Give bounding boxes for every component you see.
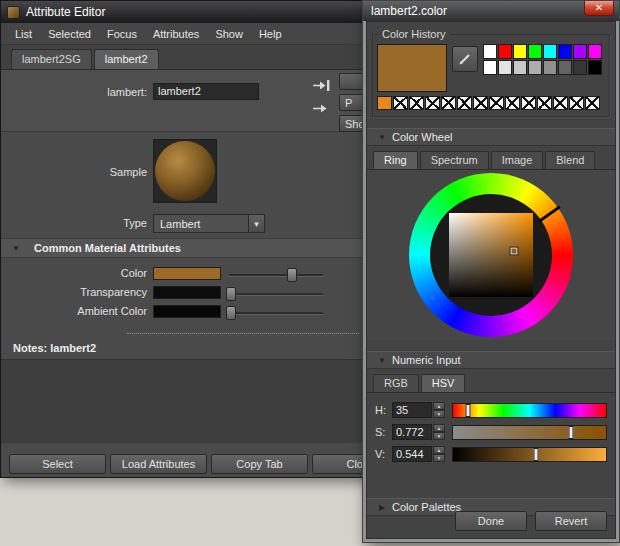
spinner-up-icon[interactable]: ▲	[433, 446, 445, 454]
value-gradient-bar[interactable]	[452, 447, 607, 462]
color-editor-titlebar[interactable]: lambert2.color	[363, 1, 619, 21]
color-swatch[interactable]	[153, 267, 221, 280]
material-type-dropdown[interactable]: Lambert ▾	[153, 214, 265, 233]
empty-color-slot[interactable]	[393, 96, 408, 110]
sample-label: Sample	[1, 166, 147, 178]
color-swatch[interactable]	[528, 44, 542, 59]
color-swatch[interactable]	[573, 60, 587, 75]
color-swatch[interactable]	[513, 60, 527, 75]
tab-hsv[interactable]: HSV	[421, 374, 466, 392]
close-icon[interactable]: ✕	[584, 1, 614, 16]
val-bar-marker[interactable]	[534, 448, 539, 461]
saturation-gradient-bar[interactable]	[452, 425, 607, 440]
color-swatch[interactable]	[558, 60, 572, 75]
empty-color-slot[interactable]	[569, 96, 584, 110]
select-button[interactable]: Select	[9, 454, 106, 474]
notes-textarea[interactable]	[1, 359, 367, 443]
spinner-up-icon[interactable]: ▲	[433, 424, 445, 432]
tab-lambert2sg[interactable]: lambert2SG	[11, 49, 92, 69]
menu-item-attributes[interactable]: Attributes	[145, 25, 207, 43]
color-swatch[interactable]	[513, 44, 527, 59]
hue-gradient-bar[interactable]	[452, 403, 607, 418]
tab-rgb[interactable]: RGB	[373, 374, 419, 392]
lambert-name-input[interactable]: lambert2	[153, 83, 259, 100]
hue-input[interactable]: 35	[392, 402, 432, 418]
load-attributes-button[interactable]: Load Attributes	[110, 454, 207, 474]
saturation-input[interactable]: 0.772	[392, 424, 432, 440]
eyedropper-button[interactable]	[452, 46, 478, 72]
empty-color-slot[interactable]	[537, 96, 552, 110]
transparency-label: Transparency	[1, 286, 147, 298]
section-expanded-icon[interactable]: ▼	[372, 133, 392, 142]
menu-item-list[interactable]: List	[7, 25, 40, 43]
color-slider[interactable]	[229, 274, 323, 277]
spinner-down-icon[interactable]: ▼	[433, 410, 445, 418]
hue-ring-marker[interactable]	[538, 206, 560, 223]
tab-blend[interactable]: Blend	[545, 151, 595, 169]
value-input[interactable]: 0.544	[392, 446, 432, 462]
common-material-section-header[interactable]: ▼ Common Material Attributes	[1, 238, 367, 258]
empty-color-slot[interactable]	[441, 96, 456, 110]
value-spinner: ▲ ▼	[433, 446, 445, 462]
current-color-swatch[interactable]	[377, 44, 447, 92]
menu-item-help[interactable]: Help	[251, 25, 290, 43]
section-expanded-icon[interactable]: ▼	[6, 244, 26, 253]
color-swatch[interactable]	[498, 44, 512, 59]
hue-ring[interactable]	[409, 173, 573, 337]
color-swatch[interactable]	[573, 44, 587, 59]
empty-color-slot[interactable]	[457, 96, 472, 110]
ambient-color-slider-handle[interactable]	[226, 306, 236, 320]
ambient-color-slider[interactable]	[229, 312, 323, 315]
spinner-up-icon[interactable]: ▲	[433, 402, 445, 410]
transparency-slider[interactable]	[229, 293, 323, 296]
transparency-swatch[interactable]	[153, 286, 221, 299]
tab-lambert2[interactable]: lambert2	[94, 49, 159, 69]
close-button[interactable]: Close	[312, 454, 368, 474]
empty-color-slot[interactable]	[489, 96, 504, 110]
color-history-label: Color History	[378, 28, 450, 40]
color-swatch[interactable]	[588, 44, 602, 59]
spinner-down-icon[interactable]: ▼	[433, 454, 445, 462]
revert-button[interactable]: Revert	[535, 511, 607, 531]
expand-arrow-icon[interactable]	[311, 101, 331, 116]
color-swatch[interactable]	[377, 96, 392, 110]
color-wheel-section-header[interactable]: ▼ Color Wheel	[367, 128, 615, 146]
chevron-down-icon[interactable]: ▾	[248, 215, 264, 232]
spinner-down-icon[interactable]: ▼	[433, 432, 445, 440]
sat-bar-marker[interactable]	[569, 426, 574, 439]
empty-color-slot[interactable]	[409, 96, 424, 110]
section-expanded-icon[interactable]: ▼	[372, 356, 392, 365]
done-button[interactable]: Done	[455, 511, 527, 531]
sv-marker[interactable]	[510, 248, 517, 255]
empty-color-slot[interactable]	[553, 96, 568, 110]
color-swatch[interactable]	[558, 44, 572, 59]
menu-item-show[interactable]: Show	[207, 25, 251, 43]
color-swatch[interactable]	[483, 60, 497, 75]
copy-tab-button[interactable]: Copy Tab	[211, 454, 308, 474]
color-swatch[interactable]	[543, 44, 557, 59]
tab-ring[interactable]: Ring	[373, 151, 418, 169]
empty-color-slot[interactable]	[585, 96, 600, 110]
empty-color-slot[interactable]	[473, 96, 488, 110]
empty-color-slot[interactable]	[521, 96, 536, 110]
attribute-editor-titlebar[interactable]: Attribute Editor	[1, 1, 367, 23]
sv-square[interactable]	[449, 213, 533, 297]
color-swatch[interactable]	[543, 60, 557, 75]
transparency-slider-handle[interactable]	[226, 287, 236, 301]
menu-item-selected[interactable]: Selected	[40, 25, 99, 43]
color-swatch[interactable]	[498, 60, 512, 75]
color-palettes-section-title: Color Palettes	[392, 501, 461, 513]
menu-item-focus[interactable]: Focus	[99, 25, 145, 43]
color-swatch[interactable]	[528, 60, 542, 75]
ambient-color-swatch[interactable]	[153, 305, 221, 318]
color-swatch[interactable]	[588, 60, 602, 75]
saturation-label: S:	[375, 426, 392, 438]
empty-color-slot[interactable]	[425, 96, 440, 110]
attribute-editor-buttons: Select Load Attributes Copy Tab Close	[1, 443, 367, 474]
empty-color-slot[interactable]	[505, 96, 520, 110]
color-swatch[interactable]	[483, 44, 497, 59]
hue-bar-marker[interactable]	[465, 404, 470, 417]
color-slider-handle[interactable]	[287, 268, 297, 282]
focus-arrow-icon[interactable]	[311, 78, 331, 93]
section-collapsed-icon[interactable]: ▶	[372, 503, 392, 512]
